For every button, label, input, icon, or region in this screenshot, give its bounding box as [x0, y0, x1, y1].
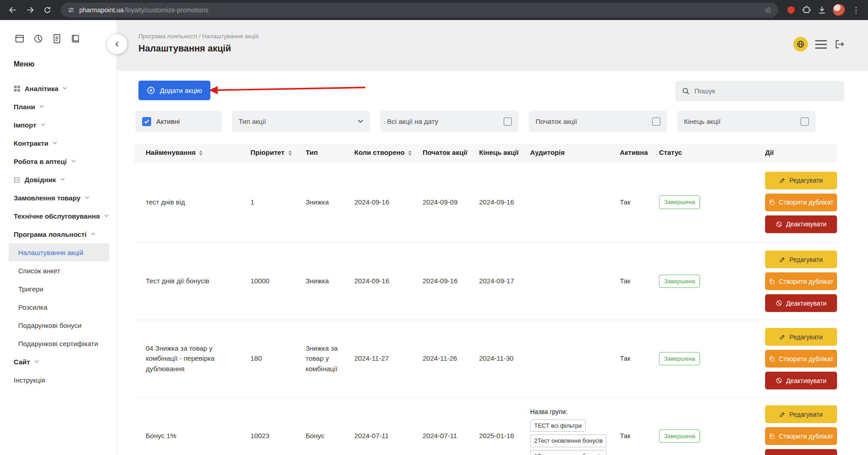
edit-button[interactable]: Редагувати	[765, 251, 837, 268]
sort-icon[interactable]	[408, 150, 412, 156]
bookmark-star-icon[interactable]: ☆	[765, 6, 772, 14]
cell-active: Так	[620, 197, 659, 208]
pie-chart-icon[interactable]	[32, 33, 44, 45]
sidebar-subitem-questionnaires[interactable]: Список анкет	[0, 261, 117, 280]
url-bar[interactable]: pharmapoint.ua /loyalty/customize-promot…	[61, 3, 778, 17]
window-icon[interactable]	[14, 33, 26, 45]
table-row: тест днів від 1 Знижка 2024-09-16 2024-0…	[134, 162, 837, 242]
cell-name: Тест днів дії бонусів	[134, 276, 250, 286]
downloads-icon[interactable]	[817, 5, 827, 15]
promotions-table: Найменування Пріоритет Тип Коли створено…	[134, 144, 837, 455]
cell-status: Завершена	[659, 275, 765, 288]
forward-icon[interactable]	[23, 3, 37, 17]
sidebar-subitem-gift-certificates[interactable]: Подарункові сертифікати	[0, 334, 117, 353]
table-row: 04 Знижка за товар у комбінації - переві…	[134, 320, 837, 397]
sidebar-item-label: Плани	[14, 103, 35, 111]
cell-end: 2024-11-30	[479, 353, 530, 364]
col-header-active: Активна	[620, 148, 659, 158]
duplicate-button[interactable]: Створити дублікат	[765, 272, 837, 290]
language-globe-icon[interactable]	[793, 37, 808, 51]
sidebar-subitem-label: Налаштування акцій	[18, 249, 83, 256]
sidebar-item-maintenance[interactable]: Технічне обслуговування	[0, 207, 117, 225]
cell-end: 2024-09-16	[479, 197, 530, 208]
site-info-icon[interactable]	[67, 6, 75, 14]
cell-active: Так	[620, 276, 659, 286]
col-header-priority[interactable]: Пріоритет	[250, 148, 306, 158]
extensions-puzzle-icon[interactable]	[802, 5, 811, 15]
sidebar-item-plans[interactable]: Плани	[0, 97, 117, 116]
sidebar-subitem-label: Подарункові бонуси	[18, 322, 82, 329]
col-header-status: Статус	[659, 148, 765, 158]
duplicate-button[interactable]: Створити дублікат	[765, 427, 837, 445]
sidebar-item-instruction[interactable]: Інструкція	[0, 371, 117, 389]
logout-icon[interactable]	[834, 39, 845, 50]
col-header-end: Кінець акції	[479, 148, 530, 158]
col-header-name[interactable]: Найменування	[134, 148, 250, 158]
sort-icon[interactable]	[288, 150, 292, 156]
search-box[interactable]	[675, 81, 844, 101]
start-date-picker[interactable]: Початок акції	[529, 111, 667, 132]
sidebar-item-contracts[interactable]: Контракти	[0, 134, 117, 152]
active-filter[interactable]: Активні	[135, 111, 222, 132]
menu-hamburger-icon[interactable]	[815, 40, 827, 49]
back-icon[interactable]	[5, 3, 20, 17]
add-promotion-button[interactable]: Додати акцію	[138, 81, 210, 100]
end-date-picker[interactable]: Кінець акції	[677, 111, 816, 132]
cell-audience: Назва групи: ТЕСТ всі фільтри 2Тест онов…	[530, 407, 620, 455]
cell-status: Завершена	[659, 352, 765, 366]
grid-icon	[14, 85, 20, 92]
sort-icon[interactable]	[199, 150, 203, 156]
edit-button[interactable]: Редагувати	[765, 405, 837, 423]
col-header-created[interactable]: Коли створено	[354, 148, 423, 158]
duplicate-button[interactable]: Створити дублікат	[765, 350, 837, 368]
edit-button[interactable]: Редагувати	[765, 172, 837, 189]
toolbar: Додати акцію	[117, 71, 868, 101]
cell-actions: Редагувати Створити дублікат Деактивуват…	[765, 320, 837, 397]
sidebar-item-loyalty-program[interactable]: Програма лояльності	[0, 225, 117, 243]
edit-button[interactable]: Редагувати	[765, 328, 837, 346]
sidebar-subitem-label: Список анкет	[18, 267, 60, 275]
url-domain: pharmapoint.ua	[79, 6, 123, 14]
reload-icon[interactable]	[40, 3, 55, 17]
cell-active: Так	[620, 431, 659, 441]
date-picker-icon	[652, 118, 660, 126]
deactivate-button[interactable]: Деактивувати	[765, 215, 837, 233]
document-icon[interactable]	[51, 33, 63, 45]
adblock-extension-icon[interactable]	[786, 5, 796, 15]
sidebar-item-pharmacy-work[interactable]: Робота в аптеці	[0, 152, 117, 170]
deactivate-button[interactable]: Деактивувати	[765, 294, 837, 312]
promotion-type-value: Тип акції	[239, 118, 266, 125]
book-icon[interactable]	[70, 33, 82, 45]
sidebar-subitem-gift-bonuses[interactable]: Подарункові бонуси	[0, 316, 117, 334]
duplicate-button[interactable]: Створити дублікат	[765, 194, 837, 211]
sidebar-item-analytics[interactable]: Аналітика	[0, 79, 117, 97]
promotion-type-select[interactable]: Тип акції	[232, 111, 370, 132]
sidebar-item-goods-order[interactable]: Замовлення товару	[0, 189, 117, 207]
chevron-down-icon	[357, 119, 363, 123]
cell-actions: Редагувати Створити дублікат Деактивуват…	[765, 243, 837, 320]
sidebar-subitem-triggers[interactable]: Тригери	[0, 280, 117, 298]
sidebar-item-import[interactable]: Імпорт	[0, 116, 117, 134]
sidebar-subitem-mailing[interactable]: Розсилка	[0, 298, 117, 316]
profile-avatar[interactable]	[833, 4, 845, 16]
collapse-sidebar-button[interactable]	[107, 34, 127, 54]
cell-priority: 180	[250, 353, 306, 364]
all-on-date-picker[interactable]: Всі акції на дату	[380, 111, 519, 132]
search-input[interactable]	[694, 87, 838, 95]
deactivate-button[interactable]: Деактивувати	[765, 449, 837, 455]
cell-created: 2024-11-27	[354, 353, 423, 364]
sidebar-item-site[interactable]: Сайт	[0, 353, 117, 371]
active-checkbox[interactable]	[142, 117, 151, 126]
sidebar-subitem-promo-settings[interactable]: Налаштування акцій	[9, 243, 109, 261]
col-header-audience: Аудиторія	[530, 148, 620, 158]
sidebar-item-directory[interactable]: Довідник	[0, 170, 117, 189]
content-card: Додати акцію Активні Тип акції	[117, 71, 868, 455]
cell-priority: 1	[250, 197, 306, 208]
start-date-value: Початок акції	[536, 118, 577, 125]
cell-type: Знижка	[306, 197, 354, 208]
browser-menu-icon[interactable]: ⋮	[851, 6, 861, 14]
cell-actions: Редагувати Створити дублікат Деактивуват…	[765, 164, 837, 241]
cell-active: Так	[620, 353, 659, 364]
cell-priority: 10023	[250, 431, 306, 441]
deactivate-button[interactable]: Деактивувати	[765, 372, 837, 389]
